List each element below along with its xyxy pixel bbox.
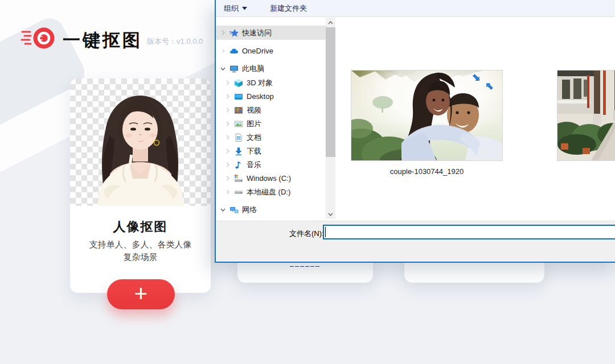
app-header: 一键抠图 版本号：v1.0.0.0 bbox=[20, 25, 208, 53]
chevron-right-icon[interactable] bbox=[224, 175, 231, 182]
caret-down-icon bbox=[242, 7, 247, 10]
filename-input[interactable] bbox=[323, 225, 615, 239]
documents-icon bbox=[234, 133, 243, 142]
chevron-up-icon bbox=[328, 21, 333, 24]
quick-access-star-icon bbox=[229, 28, 239, 38]
tree-item-documents[interactable]: 文档 bbox=[216, 130, 326, 144]
portrait-photo-transparent bbox=[70, 78, 211, 206]
tree-item-label: 本地磁盘 (D:) bbox=[247, 187, 290, 197]
chevron-right-icon[interactable] bbox=[224, 93, 231, 100]
tree-item-network[interactable]: 网络 bbox=[216, 202, 326, 217]
portrait-card-subtitle-line2: 复杂场景 bbox=[70, 252, 211, 263]
file-thumbnail bbox=[557, 70, 615, 161]
new-folder-button[interactable]: 新建文件夹 bbox=[270, 3, 307, 14]
tree-item-label: 3D 对象 bbox=[247, 78, 273, 88]
organize-menu-button[interactable]: 组织 bbox=[224, 3, 247, 14]
collapse-arrows-icon bbox=[470, 71, 495, 93]
chevron-right-icon[interactable] bbox=[224, 80, 231, 86]
tree-item-label: 此电脑 bbox=[242, 64, 264, 74]
music-note-icon bbox=[234, 160, 243, 169]
file-list-area: couple-1030744_1920 bbox=[335, 18, 615, 221]
network-icon bbox=[229, 205, 239, 214]
scroll-down-button[interactable] bbox=[326, 209, 335, 219]
tree-item-downloads[interactable]: 下载 bbox=[216, 144, 326, 158]
dialog-bottom-bar: 文件名(N): bbox=[216, 221, 615, 262]
tree-item-label: Windows (C:) bbox=[247, 174, 291, 183]
tree-item-label: 音乐 bbox=[247, 160, 261, 170]
folder-tree: 快速访问 OneDrive 此电脑 bbox=[216, 18, 326, 219]
tree-item-drive-c[interactable]: Windows (C:) bbox=[216, 171, 326, 185]
tree-item-onedrive[interactable]: OneDrive bbox=[216, 44, 326, 58]
tree-item-this-pc[interactable]: 此电脑 bbox=[216, 61, 326, 76]
chevron-right-icon[interactable] bbox=[219, 30, 226, 36]
text-caret bbox=[325, 227, 326, 237]
app-title: 一键抠图 bbox=[63, 28, 142, 52]
portrait-card-title: 人像抠图 bbox=[70, 218, 211, 235]
tree-item-label: 文档 bbox=[247, 133, 261, 143]
tree-item-quick-access[interactable]: 快速访问 bbox=[216, 26, 326, 40]
tree-item-label: 图片 bbox=[247, 119, 261, 129]
chevron-right-icon[interactable] bbox=[224, 148, 231, 155]
tree-item-label: 网络 bbox=[242, 205, 257, 215]
portrait-cutout-card[interactable]: 人像抠图 支持单人、多人、各类人像 复杂场景 bbox=[70, 78, 211, 293]
chevron-right-icon[interactable] bbox=[224, 162, 231, 168]
street-photo-image bbox=[557, 71, 615, 161]
add-image-button[interactable]: + bbox=[107, 279, 175, 309]
chevron-right-icon[interactable] bbox=[224, 107, 231, 114]
plus-icon: + bbox=[107, 279, 175, 309]
dialog-toolbar: 组织 新建文件夹 bbox=[216, 0, 615, 17]
chevron-right-icon[interactable] bbox=[219, 48, 226, 55]
new-folder-label: 新建文件夹 bbox=[270, 3, 307, 14]
pictures-icon bbox=[234, 119, 243, 129]
tree-item-drive-d[interactable]: 本地磁盘 (D:) bbox=[216, 185, 326, 199]
3d-objects-cube-icon bbox=[234, 78, 243, 88]
drive-c-windows-icon bbox=[234, 174, 243, 183]
portrait-card-subtitle-line1: 支持单人、多人、各类人像 bbox=[70, 239, 211, 250]
portrait-woman-image bbox=[70, 78, 211, 206]
tree-item-pictures[interactable]: 图片 bbox=[216, 117, 326, 131]
tree-item-videos[interactable]: 视频 bbox=[216, 103, 326, 117]
chevron-down-icon bbox=[328, 213, 333, 216]
tree-scrollbar[interactable] bbox=[326, 18, 335, 219]
app-version-label: 版本号：v1.0.0.0 bbox=[147, 36, 203, 47]
tree-item-label: OneDrive bbox=[242, 47, 273, 55]
tree-item-label: 下载 bbox=[247, 146, 261, 156]
organize-label: 组织 bbox=[224, 3, 239, 14]
desktop-icon bbox=[234, 92, 243, 101]
tree-item-desktop[interactable]: Desktop bbox=[216, 89, 326, 104]
drive-d-icon bbox=[234, 188, 243, 197]
file-item-street[interactable] bbox=[557, 70, 615, 161]
chevron-right-icon[interactable] bbox=[224, 134, 231, 141]
videos-icon bbox=[234, 106, 243, 115]
file-open-dialog: 组织 新建文件夹 快速访问 bbox=[215, 0, 615, 263]
tree-item-label: 快速访问 bbox=[242, 28, 272, 38]
speed-circle-logo-icon bbox=[20, 25, 60, 53]
chevron-down-icon[interactable] bbox=[219, 206, 226, 213]
chevron-right-icon[interactable] bbox=[224, 189, 231, 196]
tree-item-music[interactable]: 音乐 bbox=[216, 158, 326, 172]
downloads-arrow-icon bbox=[234, 147, 243, 156]
file-name-label: couple-1030744_1920 bbox=[351, 167, 503, 176]
scrollbar-thumb[interactable] bbox=[326, 27, 335, 157]
file-item-couple[interactable]: couple-1030744_1920 bbox=[351, 70, 504, 176]
tree-item-label: Desktop bbox=[247, 92, 274, 101]
onedrive-cloud-icon bbox=[229, 47, 239, 56]
chevron-right-icon[interactable] bbox=[224, 121, 231, 127]
tree-item-3d-objects[interactable]: 3D 对象 bbox=[216, 76, 326, 90]
chevron-down-icon[interactable] bbox=[219, 65, 226, 72]
filename-label: 文件名(N): bbox=[289, 229, 324, 239]
clipped-card-text-fragment bbox=[290, 263, 324, 267]
tree-item-label: 视频 bbox=[247, 105, 261, 115]
this-pc-icon bbox=[229, 64, 239, 73]
scroll-up-button[interactable] bbox=[326, 18, 335, 27]
